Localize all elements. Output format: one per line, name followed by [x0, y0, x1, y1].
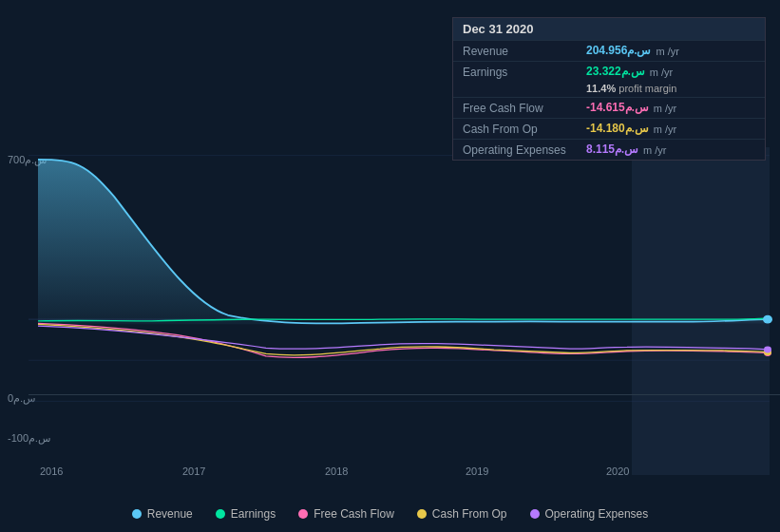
tooltip-label-fcf: Free Cash Flow — [463, 102, 586, 115]
legend-label-earnings: Earnings — [231, 507, 276, 521]
svg-point-5 — [763, 315, 772, 324]
tooltip-label-earnings: Earnings — [463, 66, 586, 79]
tooltip-unit-earnings: m /yr — [647, 66, 674, 78]
svg-rect-4 — [632, 147, 770, 475]
tooltip-row-fcf: Free Cash Flow -14.615س.م m /yr — [453, 97, 765, 118]
tooltip-label-opex: Operating Expenses — [463, 143, 586, 157]
chart-svg — [0, 147, 780, 475]
legend-label-opex: Operating Expenses — [545, 507, 649, 521]
tooltip-label-cashop: Cash From Op — [463, 123, 586, 136]
tooltip-value-revenue: 204.956س.م — [586, 44, 651, 58]
tooltip-unit-revenue: m /yr — [653, 46, 679, 57]
legend-dot-opex — [530, 509, 540, 519]
tooltip-value-opex: 8.115س.م — [586, 142, 638, 157]
tooltip-value-fcf: -14.615س.م — [586, 101, 649, 115]
legend-item-opex: Operating Expenses — [530, 507, 649, 521]
tooltip-row-revenue: Revenue 204.956س.م m /yr — [453, 40, 765, 61]
legend-item-fcf: Free Cash Flow — [298, 507, 394, 521]
legend-label-revenue: Revenue — [147, 507, 193, 521]
tooltip-date: Dec 31 2020 — [453, 18, 765, 40]
tooltip-label-revenue: Revenue — [463, 45, 586, 58]
svg-point-8 — [764, 347, 771, 353]
tooltip-row-opex: Operating Expenses 8.115س.م m /yr — [453, 139, 765, 160]
legend-dot-earnings — [216, 509, 225, 519]
legend-item-revenue: Revenue — [132, 507, 193, 521]
legend-dot-fcf — [298, 509, 308, 519]
tooltip-profit-margin: 11.4% profit margin — [453, 82, 765, 97]
tooltip-value-cashop: -14.180س.م — [586, 122, 649, 136]
tooltip-row-cashop: Cash From Op -14.180س.م m /yr — [453, 118, 765, 139]
legend-item-earnings: Earnings — [216, 507, 276, 521]
tooltip-unit-opex: m /yr — [640, 144, 667, 156]
legend-dot-cashop — [417, 509, 427, 519]
tooltip-unit-cashop: m /yr — [651, 124, 677, 135]
tooltip-row-earnings: Earnings 23.322س.م m /yr — [453, 61, 765, 82]
chart-legend: Revenue Earnings Free Cash Flow Cash Fro… — [0, 507, 780, 521]
tooltip-value-earnings: 23.322س.م — [586, 65, 645, 79]
tooltip-unit-fcf: m /yr — [651, 103, 677, 114]
legend-label-fcf: Free Cash Flow — [314, 507, 394, 521]
tooltip-panel: Dec 31 2020 Revenue 204.956س.م m /yr Ear… — [452, 17, 766, 161]
legend-item-cashop: Cash From Op — [417, 507, 507, 521]
legend-label-cashop: Cash From Op — [432, 507, 507, 521]
zero-line — [29, 394, 780, 395]
legend-dot-revenue — [132, 509, 142, 519]
